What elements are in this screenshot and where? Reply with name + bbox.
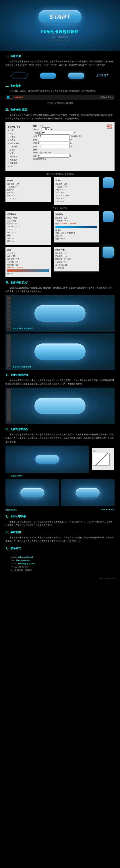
demo-outline-pill [11,72,28,79]
contact-block: weibo：weibo.com/dearsalt blog：blog.dears… [5,552,115,576]
demo-full-pill [68,72,84,79]
blog-link[interactable]: blog.dearsalt.me [16,559,30,561]
section-4-title: 四、制作按钮"反光" [5,281,115,284]
watermark: GAMEUI gameui.cn 游戏UI [0,576,120,581]
spread-input[interactable] [38,141,69,145]
hero-banner: START PS绘制卡通游戏按钮 原创·卡通游戏按钮 BLOG.DEARSALT… [0,0,120,51]
preview-1 [102,177,115,188]
section-5-title: 五、为按钮添加纹理 [5,374,115,377]
demo-note-2: 图层样式添加渐色变暗 [13,366,31,368]
inner-shadow-panel: 内阴影 混合模式: 正常 不透明度: 50 % 角度: 90 ° 距离: 1 p… [5,177,51,202]
ps-toolbar-2 [6,334,11,369]
gradient-overlay-panel: 渐变叠加 混合模式: 正常 不透明度: 100 % 渐变: #06a9e8 → … [54,211,99,243]
swatch-black [10,96,12,99]
satin-panel: 斜面和浮雕 高光模式: 滤色 不透明度: 75 % 阴影模式: 正片叠底 不透明… [54,247,99,272]
section-7-title: 七、添加文字效果 [5,515,115,518]
highlight-before [5,445,89,473]
layer-breakdown-demo: START [5,71,115,81]
author-url: BLOG.DEARSALT.ME [49,39,71,41]
section-6-body: 很多初期会忽过最光这一步作请注意不看最光可以连按钮看起来更加立体，首先将所前制作… [5,433,115,443]
blend-mode-select[interactable]: 正常 [41,127,50,131]
stroke-panel: 描边 大小: 2 px 位置: 内部 混合模式: 正常 不透明度: 100 % … [5,247,51,277]
section-2-note: 下面就开始这行按钮的绘制过程 [5,102,115,104]
after-hex: #0ea7e6 / #0c0e3 [101,509,115,511]
section-3-title: 三、制作按钮"底层" [5,108,115,112]
opacity-input[interactable] [41,131,73,134]
section-6-title: 六、为按钮添加高光 [5,428,115,431]
preview-2 [102,211,115,222]
start-button-showcase: START [38,10,82,24]
highlight-after-right [61,479,115,506]
size-input[interactable] [38,145,69,148]
section-1-title: 一、分析图层 [5,55,115,58]
inner-glow-panel: 内发光 混合模式: 滤色 不透明度: 40 % 杂色: 0 % 方法: 柔和 源… [54,177,99,205]
reflection-demo-2: 图层样式添加渐色变暗 [5,334,115,370]
distance-input[interactable] [38,138,69,141]
hex-code: #06a9e8 [14,96,23,99]
ps-toolbar [6,296,11,331]
section-8-body: 本教程是一个过渐制作的过些，失于结这接接的比较迅速了。上并没有什么特别的，就是一… [5,536,115,543]
demo-note-1: 右键将其转化为형状图层 [13,327,33,330]
color-panel: #06a9e8 前景色填充黑色 [5,95,115,100]
gradient-bar [55,226,97,228]
section-8-title: 八、教程总结 [5,531,115,534]
after-label: 按钮添加高光后 [5,509,17,511]
bevel-panel: 斜面和浮雕 样式: 内斜面 方法: 平滑 深度: 100 % 方向: ●上 ○下… [5,211,51,245]
caption-2: 内发光，高级设置 [5,207,115,210]
section-1-body: 在拿到的原图是单色的一般一层高级反光的，想要将它分为集中分后才能一个好看的系统。… [5,60,115,67]
section-7-body: 这个按在原变之来说添加文字，可以随意添加自己喜欢的色该文字，本教程按中 "STA… [5,520,115,527]
section-2-body: 新建 800px×600px，72 分辨率的 RGB 画布，然后在新建图层 00… [5,89,115,93]
section-2-title: 二、制作背景 [5,84,115,88]
before-label: 按钮最光调整前 [11,475,115,477]
section-5-body: 按钮整体上看有纹理的效果的，注意观察你会发现这些纹理是有原图上，具体纹理里靠效果… [5,379,115,386]
reflection-demo-1: 右键将其转化为형状图层 [5,295,115,332]
page-title: PS绘制卡通游戏按钮 [41,29,79,34]
section-3-body: 新建图层，命名为"底层"。使用圆角矩形形状工具在画布正中绘制一个圆角矩形，填充为… [5,113,115,121]
weibo-link[interactable]: weibo.com/dearsalt [18,556,33,558]
highlight-after-left [5,479,59,506]
preview-3 [102,247,115,258]
swatch-blue [7,96,9,99]
layer-style-panel-1: 混合选项：自定 ☑ 投影 ☑ 内阴影 ☐ 外发光 ☑ 内发光 ☑ 斜面和浮雕 ☐… [5,122,115,171]
qq-number: 907614530 [19,566,28,568]
ps-toolbar-3 [6,389,11,423]
texture-demo [5,388,115,424]
ok-button[interactable]: 确定 [107,125,112,128]
angle-input[interactable] [38,134,69,138]
caption-1: 最终大家想要选择的效果是过样的 [5,173,115,176]
section-9-title: 九、联系方式 [5,547,115,550]
email-link[interactable]: dearsalt@vip.qq.com [18,563,35,565]
demo-text: START [96,74,109,78]
fg-note: 前景色填充黑色 [100,96,113,99]
section-4-body: "反光"层的要进行起这一过程处的光。通过观察，使用椭圆工具 00 在合适的位置上… [5,286,115,293]
noise-input[interactable] [38,154,69,157]
demo-fill-pill [40,72,56,79]
qq-group: 9095410 [25,569,32,571]
curves-panel-wrap: 曲线 [91,445,115,473]
page-subtitle: 原创·卡通游戏按钮 [52,36,68,38]
